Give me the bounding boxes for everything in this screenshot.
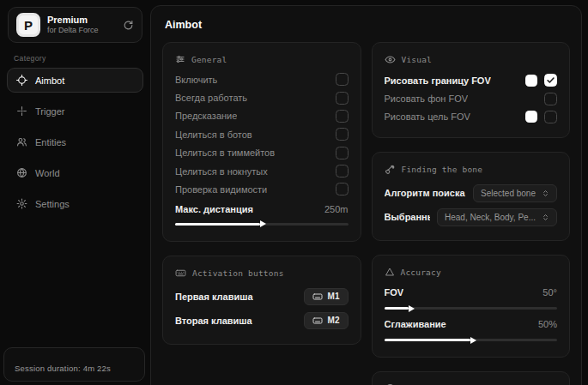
visual-card: Visual Рисовать границу FOV [372, 42, 571, 138]
toggle-label: Целиться в тиммейтов [175, 147, 275, 158]
product-name: Premium [47, 15, 99, 27]
right-column: Visual Рисовать границу FOV [372, 42, 571, 385]
max-distance-label: Макс. дистанция [175, 204, 253, 214]
general-card-header: General [175, 54, 349, 64]
fov-target-label: Рисовать цель FOV [385, 111, 470, 122]
fov-border-color-swatch[interactable] [525, 75, 537, 87]
toggle-row-target-teammates: Целиться в тиммейтов [175, 144, 349, 162]
keyboard-icon [175, 268, 186, 279]
sidebar-item-label: Settings [35, 199, 70, 209]
switch-delay-card: Switch Delay Задержка переключения Задер… [372, 371, 571, 385]
fov-target-color-swatch[interactable] [525, 111, 537, 123]
fov-slider[interactable] [385, 307, 558, 310]
selected-bones-dropdown[interactable]: Head, Neck, Body, Pe... [437, 208, 557, 226]
selected-bones-row: Выбранные кости Head, Neck, Body, Pe... [385, 205, 558, 229]
bone-algorithm-label: Алгоритм поиска кости [385, 188, 467, 198]
visual-card-header: Visual [385, 54, 558, 65]
toggle-label: Всегда работать [175, 93, 247, 103]
sidebar: P Premium for Delta Force Category Aimbo… [0, 0, 150, 385]
toggle-row-prediction: Предсказание [175, 107, 349, 125]
eye-icon [385, 54, 396, 65]
category-label: Category [14, 54, 150, 63]
max-distance-value: 250m [324, 204, 349, 214]
toggle-row-always-work: Всегда работать [175, 88, 349, 106]
bone-algorithm-dropdown[interactable]: Selected bone [473, 184, 557, 202]
crosshair-icon [16, 75, 27, 86]
bone-algorithm-value: Selected bone [481, 189, 536, 198]
keyboard-icon [312, 292, 323, 302]
second-key-button[interactable]: M2 [304, 312, 349, 329]
app-window: P Premium for Delta Force Category Aimbo… [0, 0, 588, 385]
bone-icon [385, 164, 396, 175]
sidebar-item-label: Aimbot [35, 75, 64, 86]
target-knocked-checkbox[interactable] [336, 165, 349, 177]
sidebar-item-world[interactable]: World [7, 160, 143, 185]
toggle-label: Целиться в нокнутых [175, 166, 268, 177]
sidebar-nav: Aimbot Trigger Entities [0, 68, 150, 216]
first-key-value: M1 [328, 292, 340, 301]
session-duration-text: Session duration: 4m 22s [15, 364, 111, 373]
left-column: General Включить Всегда работать Предска… [162, 42, 361, 345]
keyboard-icon [312, 316, 323, 326]
activation-card-header: Activation buttons [175, 268, 349, 279]
toggle-label: Предсказание [175, 111, 237, 121]
fov-target-row: Рисовать цель FOV [385, 108, 558, 126]
chevron-up-down-icon [542, 189, 549, 197]
sync-icon[interactable] [123, 20, 134, 31]
target-teammates-checkbox[interactable] [336, 147, 349, 159]
smoothing-row: Сглаживание 50% [385, 315, 558, 333]
bone-card-title: Finding the bone [402, 165, 483, 174]
accuracy-card-title: Accuracy [401, 268, 441, 277]
toggle-label: Проверка видимости [175, 184, 267, 195]
general-card-title: General [191, 55, 227, 64]
sidebar-item-aimbot[interactable]: Aimbot [7, 68, 143, 93]
gear-icon [16, 198, 27, 209]
selected-bones-value: Head, Neck, Body, Pe... [445, 213, 536, 222]
page-title: Aimbot [165, 19, 570, 31]
target-bots-checkbox[interactable] [336, 128, 349, 141]
fov-border-row: Рисовать границу FOV [385, 71, 558, 89]
sidebar-item-trigger[interactable]: Trigger [7, 99, 143, 123]
second-key-value: M2 [328, 316, 340, 325]
fov-border-label: Рисовать границу FOV [385, 75, 491, 86]
accuracy-card: Accuracy FOV 50° Сглаживание 50% [372, 255, 571, 358]
fov-border-checkbox[interactable] [544, 74, 557, 87]
second-key-label: Вторая клавиша [175, 316, 252, 326]
toggle-row-target-knocked: Целиться в нокнутых [175, 162, 349, 180]
toggle-row-target-bots: Целиться в ботов [175, 125, 349, 143]
chevron-up-down-icon [542, 214, 549, 221]
general-card: General Включить Всегда работать Предска… [162, 42, 361, 242]
toggle-label: Включить [175, 75, 217, 85]
trigger-icon [16, 105, 27, 117]
bone-card: Finding the bone Алгоритм поиска кости S… [372, 152, 571, 241]
activation-card-title: Activation buttons [192, 268, 284, 278]
max-distance-slider[interactable] [175, 223, 349, 226]
sidebar-item-settings[interactable]: Settings [7, 191, 143, 216]
always-work-checkbox[interactable] [336, 92, 349, 105]
prediction-checkbox[interactable] [336, 110, 349, 123]
entities-icon [16, 136, 27, 147]
triangle-icon [385, 267, 395, 277]
product-subtitle: for Delta Force [47, 26, 99, 35]
fov-background-checkbox[interactable] [544, 93, 557, 105]
sidebar-item-entities[interactable]: Entities [7, 129, 143, 154]
visual-card-title: Visual [402, 55, 433, 64]
check-icon [546, 75, 555, 85]
bone-card-header: Finding the bone [385, 164, 558, 175]
second-key-row: Вторая клавиша M2 [175, 309, 349, 333]
product-logo: P [16, 13, 40, 37]
toggle-row-enable: Включить [175, 70, 349, 88]
fov-background-label: Рисовать фон FOV [385, 93, 469, 104]
accuracy-card-header: Accuracy [385, 267, 558, 277]
sidebar-item-label: World [35, 168, 60, 178]
fov-background-row: Рисовать фон FOV [385, 89, 558, 107]
smoothing-slider[interactable] [385, 339, 558, 341]
fov-target-checkbox[interactable] [544, 111, 557, 123]
first-key-row: Первая клавиша M1 [175, 285, 349, 309]
first-key-button[interactable]: M1 [304, 288, 349, 305]
enable-checkbox[interactable] [336, 73, 349, 86]
fov-label: FOV [385, 287, 404, 298]
toggle-row-visibility-check: Проверка видимости [175, 180, 349, 198]
visibility-check-checkbox[interactable] [336, 183, 349, 196]
activation-card: Activation buttons Первая клавиша M1 [162, 256, 361, 345]
